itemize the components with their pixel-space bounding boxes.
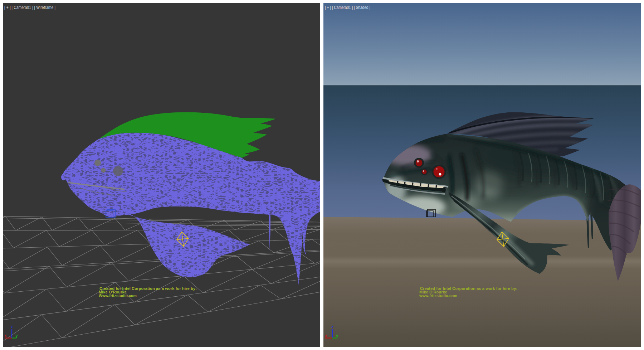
svg-text:z: z (331, 324, 333, 329)
svg-text:[ + ] [ Camera01 ] [ Shaded ]: [ + ] [ Camera01 ] [ Shaded ] (325, 5, 370, 10)
svg-text:www.fritzstudio.com: www.fritzstudio.com (419, 294, 457, 298)
svg-text:x: x (325, 333, 327, 338)
svg-text:z: z (11, 324, 13, 329)
svg-text:[ + ] [ Camera01 ] [ Wireframe: [ + ] [ Camera01 ] [ Wireframe ] (4, 5, 55, 10)
svg-text:Www.fritzstudio.com: Www.fritzstudio.com (99, 294, 137, 298)
svg-text:y: y (15, 333, 18, 338)
svg-text:y: y (336, 333, 338, 338)
svg-text:x: x (4, 333, 7, 338)
